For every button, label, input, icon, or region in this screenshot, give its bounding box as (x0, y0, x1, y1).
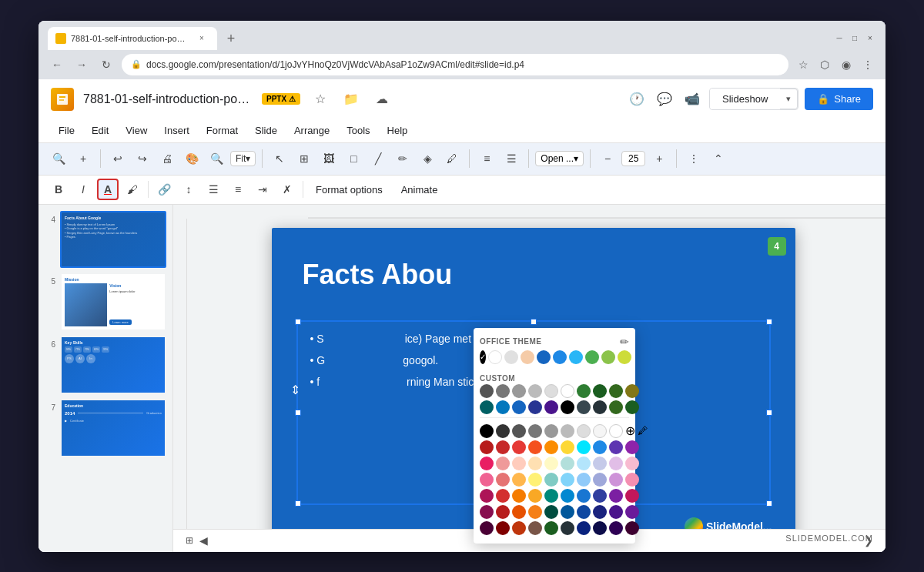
p-dk8[interactable] (593, 521, 607, 535)
menu-insert[interactable]: Insert (156, 122, 197, 139)
menu-view[interactable]: View (118, 122, 155, 139)
draw-tool-button[interactable]: ✏ (392, 148, 413, 169)
comment-icon[interactable]: 💬 (654, 89, 675, 110)
slide-thumb-5[interactable]: 5 Mission Vision Lorem ipsum dolor Lea (45, 273, 166, 331)
color-darkblue[interactable] (537, 350, 551, 364)
resize-handle-icon[interactable]: ⇕ (290, 383, 300, 397)
collapse-toolbar-button[interactable]: ⌃ (708, 148, 729, 169)
align-button[interactable]: ≡ (476, 148, 497, 169)
handle-tr[interactable] (766, 319, 772, 325)
p-r4[interactable] (528, 440, 542, 454)
font-size-increase[interactable]: + (648, 148, 670, 169)
history-icon[interactable]: 🕐 (626, 89, 648, 110)
c17[interactable] (577, 400, 591, 414)
p-v2[interactable] (496, 489, 510, 503)
p-p2[interactable] (496, 457, 510, 470)
p-p1[interactable] (480, 457, 494, 470)
menu-icon[interactable]: ⋮ (859, 56, 876, 73)
c7[interactable] (577, 384, 591, 398)
c15[interactable] (544, 400, 558, 414)
p-ltgray[interactable] (577, 424, 591, 438)
slide-preview-5[interactable]: Mission Vision Lorem ipsum dolor Learn m… (60, 273, 166, 331)
handle-bl[interactable] (295, 500, 301, 507)
c19[interactable] (609, 400, 623, 414)
p-p5[interactable] (544, 457, 558, 470)
p-v8[interactable] (593, 489, 607, 503)
color-green[interactable] (585, 350, 599, 364)
slide-preview-6[interactable]: Key Skills 90% 75% 70% 60% 35% PS AI (60, 336, 166, 394)
c13[interactable] (512, 400, 526, 414)
p-p3[interactable] (512, 457, 526, 470)
image-tool-button[interactable]: 🖼 (318, 148, 340, 169)
c8[interactable] (593, 384, 607, 398)
eyedropper-button[interactable]: 🖉 (638, 424, 648, 438)
extensions-icon[interactable]: ⬡ (816, 56, 833, 73)
handle-lm[interactable] (295, 410, 301, 416)
p-d9[interactable] (609, 505, 623, 519)
italic-button[interactable]: I (72, 179, 94, 200)
c18[interactable] (593, 400, 607, 414)
handle-br[interactable] (766, 500, 772, 507)
slide-preview-7[interactable]: Education 2014 Graduation ▶ Certificate (60, 399, 166, 457)
menu-format[interactable]: Format (199, 122, 246, 139)
font-color-button[interactable]: A (97, 179, 119, 200)
p-v5[interactable] (544, 489, 558, 503)
text-tool-button[interactable]: ⊞ (293, 148, 315, 169)
p-m10[interactable] (625, 473, 639, 487)
p-gray2[interactable] (544, 424, 558, 438)
p-r9[interactable] (609, 440, 623, 454)
cloud-icon[interactable]: ☁ (371, 89, 393, 110)
p-dk10[interactable] (625, 521, 639, 535)
font-size-decrease[interactable]: − (597, 148, 618, 169)
p-v9[interactable] (609, 489, 623, 503)
menu-tools[interactable]: Tools (339, 122, 377, 139)
slide-thumb-4[interactable]: 4 Facts About Google • Simply dummy text… (45, 211, 166, 268)
open-control[interactable]: Open ... ▾ (535, 151, 584, 166)
p-d5[interactable] (544, 505, 558, 519)
c12[interactable] (496, 400, 510, 414)
c3[interactable] (512, 384, 526, 398)
p-d1[interactable] (480, 505, 494, 519)
p-r10[interactable] (625, 440, 639, 454)
undo-button[interactable]: ↩ (107, 148, 129, 169)
indent-button[interactable]: ⇥ (252, 179, 273, 200)
handle-tl[interactable] (295, 319, 301, 325)
p-gray3[interactable] (561, 424, 574, 438)
folder-icon[interactable]: 📁 (340, 89, 362, 110)
p-m7[interactable] (577, 473, 591, 487)
c4[interactable] (528, 384, 542, 398)
p-r8[interactable] (593, 440, 607, 454)
c5[interactable] (544, 384, 558, 398)
p-p10[interactable] (625, 457, 639, 470)
p-dk2[interactable] (496, 521, 510, 535)
p-v6[interactable] (561, 489, 574, 503)
p-m3[interactable] (512, 473, 526, 487)
c1[interactable] (480, 384, 494, 398)
slide-thumb-6[interactable]: 6 Key Skills 90% 75% 70% 60% 35% (45, 336, 166, 394)
p-white2[interactable] (609, 424, 623, 438)
color-lightgreen[interactable] (601, 350, 615, 364)
p-dk5[interactable] (544, 521, 558, 535)
browser-tab-active[interactable]: 7881-01-self-introduction-powe... × (48, 27, 217, 50)
more-toolbar-options[interactable]: ⋮ (683, 148, 705, 169)
link-button[interactable]: 🔗 (153, 179, 175, 200)
p-dk6[interactable] (561, 521, 574, 535)
window-restore-button[interactable]: □ (849, 32, 861, 45)
p-r7[interactable] (577, 440, 591, 454)
p-p4[interactable] (528, 457, 542, 470)
color-black-selected[interactable]: ✓ (480, 350, 486, 364)
bookmark-icon[interactable]: ☆ (795, 56, 812, 73)
p-v1[interactable] (480, 489, 494, 503)
zoom-select[interactable]: Fit ▾ (230, 151, 256, 166)
zoom-fit-button[interactable]: 🔍 (206, 148, 227, 169)
zoom-in-button[interactable]: 🔍 (48, 148, 69, 169)
p-v7[interactable] (577, 489, 591, 503)
p-r3[interactable] (512, 440, 526, 454)
c14[interactable] (528, 400, 542, 414)
c2[interactable] (496, 384, 510, 398)
new-tab-button[interactable]: + (220, 28, 242, 50)
c11[interactable] (480, 400, 494, 414)
slideshow-button[interactable]: Slideshow (710, 89, 780, 109)
bold-button[interactable]: B (48, 179, 69, 200)
menu-arrange[interactable]: Arrange (286, 122, 337, 139)
